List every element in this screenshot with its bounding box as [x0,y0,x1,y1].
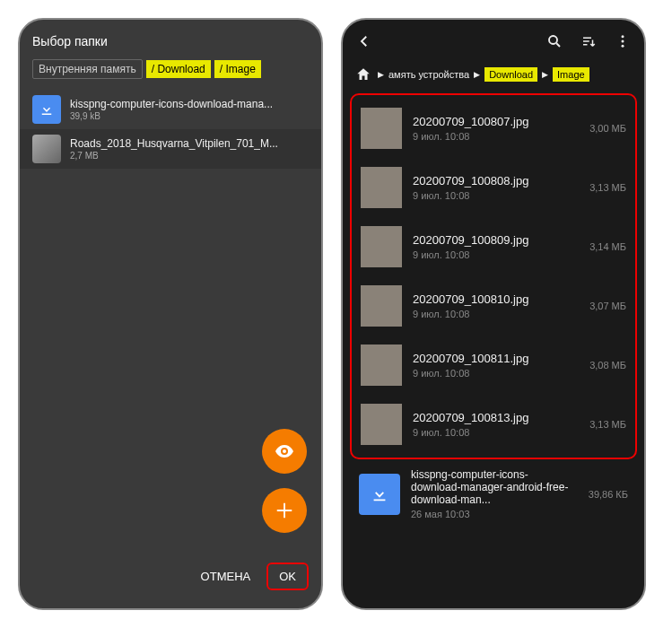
file-date: 9 июл. 10:08 [413,190,579,201]
file-meta: Roads_2018_Husqvarna_Vitpilen_701_M... 2… [70,137,309,161]
breadcrumb-download[interactable]: / Download [146,60,211,78]
plus-icon [275,501,294,520]
file-size: 3,14 МБ [589,241,626,252]
fab-add-button[interactable] [262,488,307,533]
chevron-icon: ▶ [474,70,480,79]
file-row[interactable]: 20200709_100808.jpg9 июл. 10:08 3,13 МБ [352,158,635,217]
sort-icon [580,33,597,49]
image-thumb [361,404,402,445]
ok-button[interactable]: OK [266,563,309,590]
file-browser-screen: ▶ амять устройства ▶ Download ▶ Image 20… [341,18,646,610]
dialog-title: Выбор папки [20,20,321,59]
file-name: 20200709_100811.jpg [413,352,579,365]
file-name: 20200709_100807.jpg [413,115,579,128]
file-size: 3,07 МБ [589,301,626,311]
sort-button[interactable] [580,32,598,50]
dialog-actions: ОТМЕНА OK [188,563,309,590]
breadcrumb-root[interactable]: Внутренняя память [32,59,143,79]
image-thumb [361,345,402,386]
breadcrumb-image[interactable]: / Image [214,60,261,78]
file-date: 9 июл. 10:08 [413,427,579,438]
breadcrumb-image[interactable]: Image [553,67,589,82]
breadcrumb: ▶ амять устройства ▶ Download ▶ Image [343,59,644,93]
breadcrumb: Внутренняя память / Download / Image [20,59,321,90]
file-row[interactable]: 20200709_100811.jpg9 июл. 10:08 3,08 МБ [352,336,635,395]
file-item[interactable]: Roads_2018_Husqvarna_Vitpilen_701_M... 2… [20,129,321,169]
breadcrumb-download[interactable]: Download [484,67,537,82]
more-vert-icon [615,33,631,49]
file-size: 3,08 МБ [589,360,626,371]
file-size: 3,13 МБ [589,182,626,193]
file-size: 39,9 kB [70,111,309,121]
file-name: 20200709_100810.jpg [413,292,579,306]
toolbar [343,20,644,59]
svg-point-0 [549,36,557,44]
file-size: 3,13 МБ [589,419,626,430]
fab-preview-button[interactable] [262,429,307,474]
svg-point-1 [622,35,624,38]
file-name: 20200709_100813.jpg [413,411,579,424]
svg-point-3 [622,45,624,48]
file-size: 2,7 MB [70,151,309,161]
file-name: kisspng-computer-icons-download-mana... [70,98,309,110]
image-thumb [361,167,402,208]
file-name: 20200709_100809.jpg [413,233,579,247]
breadcrumb-storage[interactable]: амять устройства [388,69,469,80]
svg-point-2 [622,40,624,43]
eye-icon [274,440,295,462]
image-thumb [361,226,402,267]
file-row[interactable]: 20200709_100810.jpg9 июл. 10:08 3,07 МБ [352,276,635,336]
chevron-icon: ▶ [378,70,384,79]
file-size: 39,86 КБ [589,489,628,500]
file-name: kisspng-computer-icons-download-manager-… [411,468,578,506]
file-list: 20200709_100807.jpg9 июл. 10:08 3,00 МБ … [350,93,637,459]
file-name: 20200709_100808.jpg [413,174,579,188]
home-icon[interactable] [355,66,371,83]
search-icon [546,33,563,49]
folder-picker-screen: Выбор папки Внутренняя память / Download… [18,18,323,610]
file-date: 9 июл. 10:08 [413,309,579,319]
file-row[interactable]: 20200709_100809.jpg9 июл. 10:08 3,14 МБ [352,217,635,276]
menu-button[interactable] [614,32,632,50]
back-button[interactable] [355,32,373,50]
search-button[interactable] [545,32,563,50]
cancel-button[interactable]: ОТМЕНА [188,563,264,590]
file-item[interactable]: kisspng-computer-icons-download-mana... … [20,90,321,129]
image-thumb [361,108,402,149]
download-icon [32,95,61,124]
file-row[interactable]: 20200709_100813.jpg9 июл. 10:08 3,13 МБ [352,395,635,454]
file-date: 9 июл. 10:08 [413,249,579,260]
file-size: 3,00 МБ [589,123,626,134]
chevron-left-icon [356,33,372,49]
file-date: 26 мая 10:03 [411,509,578,519]
download-icon [359,474,400,515]
file-name: Roads_2018_Husqvarna_Vitpilen_701_M... [70,137,309,150]
file-row[interactable]: kisspng-computer-icons-download-manager-… [343,459,644,528]
image-thumb [361,285,402,327]
file-row[interactable]: 20200709_100807.jpg9 июл. 10:08 3,00 МБ [352,99,635,158]
file-date: 9 июл. 10:08 [413,368,579,379]
chevron-icon: ▶ [542,70,548,79]
file-meta: kisspng-computer-icons-download-mana... … [70,98,309,121]
file-date: 9 июл. 10:08 [413,131,579,142]
image-thumb [32,135,61,163]
